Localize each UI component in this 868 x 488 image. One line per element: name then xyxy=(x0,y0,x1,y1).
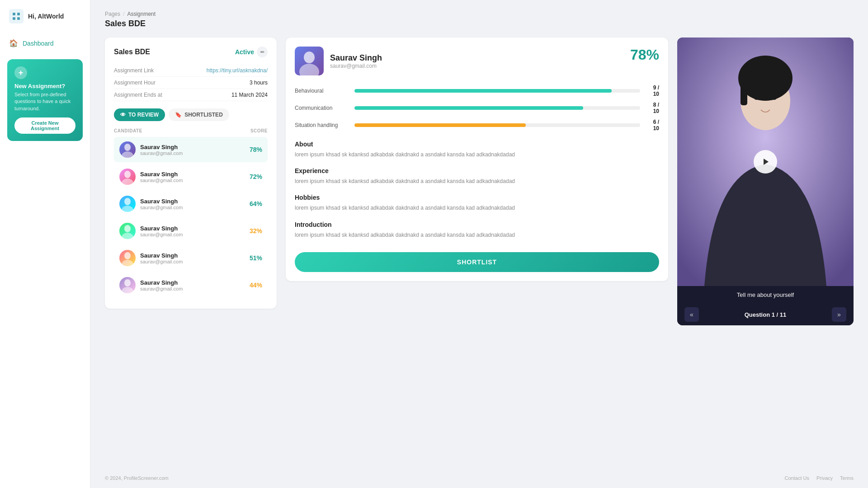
profile-name: Saurav Singh xyxy=(330,53,382,63)
candidate-score: 78% xyxy=(250,146,262,153)
app-logo: Hi, AltWorld xyxy=(0,9,90,34)
candidate-name: Saurav Singh xyxy=(140,225,183,232)
score-bar-value: 6 / 10 xyxy=(646,119,659,131)
logo-icon xyxy=(9,9,24,23)
hobbies-title: Hobbies xyxy=(295,194,659,201)
candidate-email: saurav@gmail.com xyxy=(140,286,183,291)
score-bar-row: Communication 8 / 10 xyxy=(295,102,659,114)
svg-point-17 xyxy=(299,64,319,75)
next-question-button[interactable]: » xyxy=(832,307,846,322)
svg-rect-1 xyxy=(17,13,20,15)
candidate-email: saurav@gmail.com xyxy=(140,150,183,156)
tabs-row: 👁 TO REVIEW 🔖 SHORTLISTED xyxy=(114,108,268,121)
assignment-ends-row: Assignment Ends at 11 March 2024 xyxy=(114,89,268,101)
footer-privacy-link[interactable]: Privacy xyxy=(816,475,833,481)
tab-shortlisted-label: SHORTLISTED xyxy=(184,112,223,118)
score-bar-value: 8 / 10 xyxy=(646,102,659,114)
candidate-row[interactable]: Saurav Singh saurav@gmail.com 72% xyxy=(114,164,268,189)
breadcrumb-pages[interactable]: Pages xyxy=(105,11,120,17)
question-label: Question 1 / 11 xyxy=(745,311,786,318)
status-badge: Active ✏ xyxy=(235,47,268,57)
assignment-ends-label: Assignment Ends at xyxy=(114,92,162,98)
sidebar-item-dashboard[interactable]: 🏠 Dashboard xyxy=(0,34,90,52)
shortlist-button[interactable]: SHORTLIST xyxy=(295,252,659,272)
page-title: Sales BDE xyxy=(105,19,854,28)
profile-name-email: Saurav Singh saurav@gmail.com xyxy=(330,53,382,69)
svg-marker-24 xyxy=(764,159,769,165)
score-bar-track xyxy=(354,89,640,93)
score-bars: Behavioural 9 / 10 Communication 8 / 10 … xyxy=(295,84,659,131)
svg-point-9 xyxy=(122,206,133,212)
candidate-score: 44% xyxy=(250,282,262,289)
svg-point-10 xyxy=(124,225,131,232)
assignment-header: Sales BDE Active ✏ xyxy=(114,47,268,57)
prev-question-button[interactable]: « xyxy=(684,307,699,322)
video-question-nav: « Question 1 / 11 » xyxy=(677,304,854,325)
footer-contact-link[interactable]: Contact Us xyxy=(785,475,809,481)
main-content: Pages / Assignment Sales BDE Sales BDE A… xyxy=(90,0,868,468)
candidate-info: Saurav Singh saurav@gmail.com xyxy=(119,250,183,266)
candidate-name: Saurav Singh xyxy=(140,198,183,205)
profile-avatar xyxy=(295,47,324,75)
footer-copyright: © 2024, ProfileScreener.com xyxy=(105,475,169,481)
about-text: lorem ipsum khsad sk kdanksd adkabdak da… xyxy=(295,150,659,159)
candidate-name: Saurav Singh xyxy=(140,279,183,286)
score-bar-fill xyxy=(354,89,612,93)
profile-left: Saurav Singh saurav@gmail.com xyxy=(295,47,382,75)
candidate-row[interactable]: Saurav Singh saurav@gmail.com 51% xyxy=(114,245,268,271)
assignment-link-value[interactable]: https://tiny.url/asknakdna/ xyxy=(207,67,268,74)
sidebar-item-label: Dashboard xyxy=(23,40,54,47)
candidate-row[interactable]: Saurav Singh saurav@gmail.com 32% xyxy=(114,218,268,244)
candidate-avatar xyxy=(119,196,136,212)
svg-point-15 xyxy=(122,287,133,293)
bookmark-icon: 🔖 xyxy=(175,112,182,118)
footer: © 2024, ProfileScreener.com Contact Us P… xyxy=(90,468,868,488)
svg-point-7 xyxy=(122,178,133,185)
candidate-name: Saurav Singh xyxy=(140,252,183,259)
candidate-row[interactable]: Saurav Singh saurav@gmail.com 78% xyxy=(114,137,268,162)
svg-point-16 xyxy=(304,52,315,63)
tab-to-review[interactable]: 👁 TO REVIEW xyxy=(114,108,165,121)
video-panel: Tell me about yourself « Question 1 / 11… xyxy=(677,38,854,325)
assignment-hour-value: 3 hours xyxy=(250,80,268,86)
profile-score: 78% xyxy=(630,47,659,63)
footer-terms-link[interactable]: Terms xyxy=(840,475,854,481)
sidebar: Hi, AltWorld 🏠 Dashboard + New Assignmen… xyxy=(0,0,90,488)
candidates-list: Saurav Singh saurav@gmail.com 78% Saurav… xyxy=(114,137,268,298)
score-bar-value: 9 / 10 xyxy=(646,84,659,97)
play-button[interactable] xyxy=(754,150,777,174)
new-assignment-plus-btn[interactable]: + xyxy=(14,66,27,79)
new-assignment-card: + New Assignment? Select from pre-define… xyxy=(7,59,83,141)
svg-rect-3 xyxy=(17,17,20,20)
candidate-score: 32% xyxy=(250,227,262,235)
experience-section: Experience lorem ipsum khsad sk kdanksd … xyxy=(295,167,659,186)
score-bar-fill xyxy=(354,106,583,110)
edit-icon-btn[interactable]: ✏ xyxy=(257,47,268,57)
eye-icon: 👁 xyxy=(120,112,126,118)
score-bar-label: Situation handling xyxy=(295,122,349,128)
hobbies-section: Hobbies lorem ipsum khsad sk kdanksd adk… xyxy=(295,194,659,212)
assignment-hour-row: Assignment Hour 3 hours xyxy=(114,77,268,89)
svg-rect-2 xyxy=(13,17,15,20)
introduction-text: lorem ipsum khsad sk kdanksd adkabdak da… xyxy=(295,231,659,239)
svg-rect-23 xyxy=(741,74,747,105)
create-new-assignment-button[interactable]: Create New Assignment xyxy=(14,117,75,134)
score-bar-track xyxy=(354,106,640,110)
content-grid: Sales BDE Active ✏ Assignment Link https… xyxy=(105,38,854,325)
new-assignment-title: New Assignment? xyxy=(14,83,75,89)
video-bottom: Tell me about yourself xyxy=(677,286,854,304)
candidate-info: Saurav Singh saurav@gmail.com xyxy=(119,196,183,212)
svg-point-8 xyxy=(124,198,131,205)
tab-shortlisted[interactable]: 🔖 SHORTLISTED xyxy=(169,108,229,121)
candidate-score: 51% xyxy=(250,254,262,262)
about-section: About lorem ipsum khsad sk kdanksd adkab… xyxy=(295,141,659,159)
table-header: CANDIDATE SCORE xyxy=(114,127,268,137)
hobbies-text: lorem ipsum khsad sk kdanksd adkabdak da… xyxy=(295,204,659,212)
assignment-link-row: Assignment Link https://tiny.url/asknakd… xyxy=(114,65,268,77)
candidate-score: 64% xyxy=(250,200,262,207)
candidate-row[interactable]: Saurav Singh saurav@gmail.com 64% xyxy=(114,191,268,216)
introduction-title: Introduction xyxy=(295,221,659,228)
candidate-row[interactable]: Saurav Singh saurav@gmail.com 44% xyxy=(114,272,268,298)
score-bar-label: Behavioural xyxy=(295,88,349,94)
experience-title: Experience xyxy=(295,167,659,174)
